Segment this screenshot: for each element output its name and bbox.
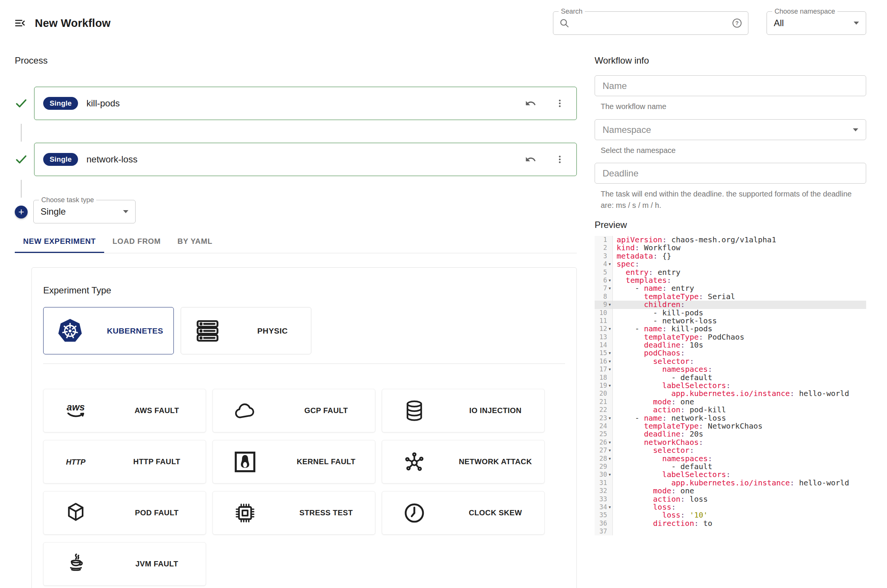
yaml-line: 1apiVersion: chaos-mesh.org/v1alpha1 [595,236,866,244]
yaml-line: 22 action: pod-kill [595,406,866,414]
yaml-line: 7▾ - name: entry [595,284,866,292]
environment-button[interactable]: KUBERNETES [43,307,174,354]
preview-heading: Preview [595,220,627,230]
fold-arrow-icon[interactable]: ▾ [607,438,612,446]
tab-load-from[interactable]: LOAD FROM [104,231,169,253]
task-card[interactable]: Single network-loss [34,143,577,176]
experiment-kind-label: KERNEL FAULT [277,457,375,466]
experiment-panel: Experiment Type KUBERNETES PHYSIC aws AW… [31,267,577,588]
experiment-kind-card[interactable]: GCP FAULT [212,389,375,432]
yaml-preview-editor[interactable]: 1apiVersion: chaos-mesh.org/v1alpha12kin… [595,236,866,535]
fold-arrow-icon[interactable]: ▾ [607,301,612,309]
workflow-name-input[interactable] [603,81,858,91]
task-row: Single network-loss [15,143,577,176]
namespace-filter-select[interactable]: Choose namespace All [767,11,866,35]
experiment-kind-card[interactable]: STRESS TEST [212,491,375,535]
fold-arrow-icon[interactable]: ▾ [607,349,612,357]
tab-new-experiment[interactable]: NEW EXPERIMENT [15,231,104,253]
yaml-line: 35 loss: '10' [595,511,866,519]
svg-text:?: ? [736,20,739,26]
kebab-menu-icon[interactable] [554,154,565,165]
yaml-line: 32 mode: one [595,487,866,495]
add-task-button[interactable]: + [15,206,28,218]
experiment-kind-card[interactable]: KERNEL FAULT [212,440,375,484]
experiment-kind-label: NETWORK ATTACK [447,457,544,466]
yaml-line: 10 - kill-pods [595,309,866,317]
yaml-line: 30▾ labelSelectors: [595,471,866,479]
task-name: network-loss [86,154,525,165]
workflow-name-field[interactable] [595,75,866,96]
experiment-type-heading: Experiment Type [43,285,565,296]
linux-icon [213,450,277,474]
experiment-kind-label: STRESS TEST [277,508,375,517]
experiment-kind-label: IO INJECTION [447,406,544,415]
yaml-line: 12▾ - name: kill-pods [595,325,866,333]
svg-text:HTTP: HTTP [66,457,86,466]
environment-button[interactable]: PHYSIC [181,307,311,354]
experiment-kind-card[interactable]: JVM FAULT [43,542,206,586]
search-field[interactable]: Search ? [553,11,748,35]
fold-arrow-icon[interactable]: ▾ [607,503,612,511]
yaml-line: 17▾ namespaces: [595,365,866,373]
fold-arrow-icon[interactable]: ▾ [607,260,612,268]
undo-icon[interactable] [525,98,536,109]
search-label: Search [559,8,585,16]
yaml-line: 28▾ namespaces: [595,455,866,463]
experiment-kind-card[interactable]: IO INJECTION [382,389,545,432]
yaml-line: 14 deadline: 10s [595,341,866,349]
task-card[interactable]: Single kill-pods [34,87,577,120]
workflow-name-helper: The workflow name [601,101,866,112]
workflow-namespace-placeholder: Namespace [603,125,853,135]
fold-arrow-icon[interactable]: ▾ [607,471,612,479]
task-type-select[interactable]: Choose task type Single [33,200,136,223]
search-input[interactable] [570,18,731,28]
experiment-kind-card[interactable]: NETWORK ATTACK [382,440,545,484]
environment-row: KUBERNETES PHYSIC [43,307,565,354]
fold-arrow-icon[interactable]: ▾ [607,276,612,284]
experiment-kind-card[interactable]: POD FAULT [43,491,206,535]
menu-open-icon[interactable] [14,17,27,30]
experiment-kind-card[interactable]: aws AWS FAULT [43,389,206,432]
workflow-namespace-helper: Select the namespace [601,145,866,156]
fold-arrow-icon[interactable]: ▾ [607,325,612,333]
yaml-line: 18 - default [595,374,866,382]
header: New Workflow [14,17,111,30]
workflow-deadline-field[interactable] [595,163,866,184]
namespace-filter-value: All [774,18,854,28]
tab-by-yaml[interactable]: BY YAML [169,231,220,253]
kebab-menu-icon[interactable] [554,98,565,109]
fold-arrow-icon[interactable]: ▾ [607,365,612,373]
yaml-line: 8 templateType: Serial [595,293,866,301]
task-connector [21,124,22,142]
undo-icon[interactable] [525,154,536,165]
yaml-line: 21 mode: one [595,398,866,406]
kubernetes-icon [44,317,97,345]
task-row: Single kill-pods [15,87,577,120]
experiment-kind-label: POD FAULT [108,508,206,517]
experiment-kind-label: AWS FAULT [108,406,206,415]
server-icon [181,317,234,345]
task-type-label: Choose task type [39,196,96,204]
chevron-down-icon [854,22,859,25]
experiment-kind-card[interactable]: CLOCK SKEW [382,491,545,535]
cloud-icon [213,399,277,423]
check-icon [15,153,28,166]
fold-arrow-icon[interactable]: ▾ [607,414,612,422]
yaml-line: 23▾ - name: network-loss [595,414,866,422]
help-icon[interactable]: ? [731,17,743,29]
database-icon [382,399,447,423]
check-icon [15,97,28,110]
workflow-deadline-input[interactable] [603,168,858,179]
fold-arrow-icon[interactable]: ▾ [607,357,612,365]
experiment-kind-card[interactable]: HTTP HTTP FAULT [43,440,206,484]
fold-arrow-icon[interactable]: ▾ [607,446,612,454]
fold-arrow-icon[interactable]: ▾ [607,382,612,390]
yaml-line: 16▾ selector: [595,357,866,365]
yaml-line: 13 templateType: PodChaos [595,333,866,341]
task-type-badge: Single [43,97,78,110]
search-icon [559,17,570,29]
fold-arrow-icon[interactable]: ▾ [607,455,612,463]
workflow-namespace-select[interactable]: Namespace [595,119,866,140]
fold-arrow-icon[interactable]: ▾ [607,284,612,292]
yaml-line: 26▾ networkChaos: [595,438,866,446]
